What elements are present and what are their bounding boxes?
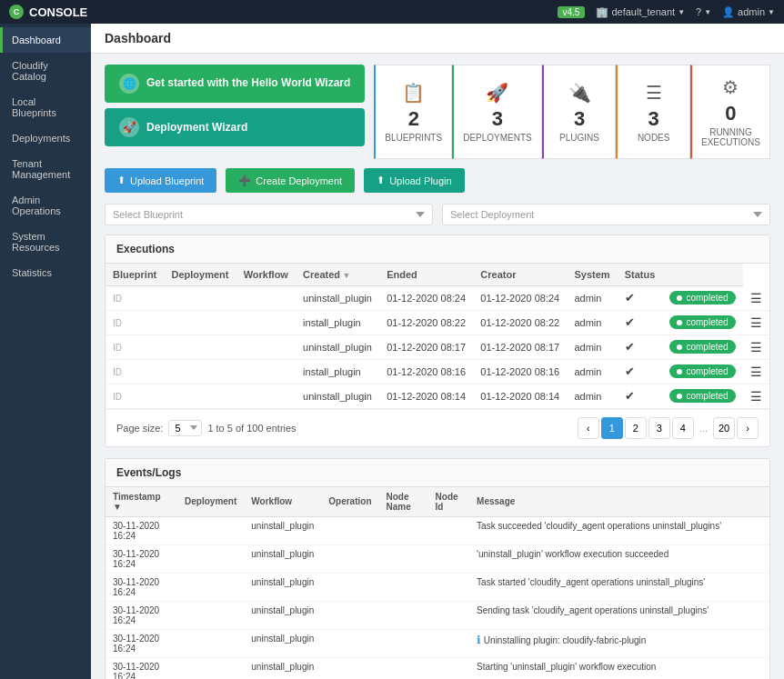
sidebar-item-dashboard[interactable]: Dashboard: [0, 27, 91, 53]
row-menu-btn[interactable]: ☰: [743, 286, 769, 311]
ev-col-node-name: Node Name: [379, 487, 428, 517]
deployment-wizard-btn[interactable]: 🚀 Deployment Wizard: [105, 108, 365, 146]
cell-created: 01-12-2020 08:24: [379, 286, 473, 311]
create-deployment-icon: ➕: [238, 175, 251, 186]
cell-deployment: [236, 335, 296, 359]
sidebar-item-deployments[interactable]: Deployments: [0, 125, 91, 151]
cell-deployment: [236, 359, 296, 384]
ev-col-operation: Operation: [321, 487, 378, 517]
upload-plugin-icon: ⬆: [377, 175, 385, 186]
help-caret: ▼: [704, 8, 711, 16]
status-badge: completed: [669, 389, 735, 403]
ev-workflow: uninstall_plugin: [244, 657, 321, 679]
cell-workflow: uninstall_plugin: [296, 335, 379, 359]
status-badge: completed: [669, 315, 735, 329]
row-menu-btn[interactable]: ☰: [743, 384, 769, 408]
ev-deployment: [177, 573, 244, 601]
cell-ended: 01-12-2020 08:16: [473, 359, 567, 384]
cell-ended: 01-12-2020 08:22: [473, 310, 567, 335]
stat-card-nodes: ☰ 3 NODES: [616, 65, 690, 159]
ev-col-timestamp: Timestamp ▼: [106, 487, 177, 517]
list-item: 30-11-2020 16:24 uninstall_plugin Task s…: [106, 516, 769, 544]
page-btn-‹[interactable]: ‹: [578, 417, 599, 439]
sidebar-item-statistics[interactable]: Statistics: [0, 260, 91, 285]
deployment-wizard-icon: 🚀: [119, 117, 139, 137]
wizard-buttons: 🌐 Get started with the Hello World Wizar…: [105, 65, 365, 159]
col-deployment: Deployment: [164, 264, 236, 286]
user-label: admin: [738, 6, 765, 17]
top-nav: C CONSOLE v4.5 🏢 default_tenant ▼ ? ▼ 👤 …: [0, 0, 784, 24]
deployment-filter[interactable]: Select Deployment: [442, 204, 770, 225]
page-btn-›[interactable]: ›: [737, 417, 759, 439]
ev-col-workflow: Workflow: [244, 487, 321, 517]
ev-node-id: [428, 573, 470, 601]
ev-node-id: [428, 601, 470, 629]
create-deployment-btn[interactable]: ➕ Create Deployment: [226, 168, 355, 193]
page-title: Dashboard: [91, 24, 784, 54]
ev-operation: [321, 629, 378, 657]
page-size-label: Page size:: [116, 423, 163, 434]
info-icon: ℹ: [477, 634, 481, 646]
page-btn-1[interactable]: 1: [601, 417, 623, 439]
help-btn[interactable]: ? ▼: [696, 6, 711, 17]
stat-label: NODES: [638, 133, 670, 143]
list-item: 30-11-2020 16:24 uninstall_plugin Starti…: [106, 657, 769, 679]
sidebar-item-tenant-management[interactable]: Tenant Management: [0, 151, 91, 187]
ev-message: Sending task 'cloudify_agent operations …: [469, 601, 769, 629]
cell-deployment: [236, 310, 296, 335]
cell-creator: admin: [567, 335, 617, 359]
upload-blueprint-btn[interactable]: ⬆ Upload Blueprint: [105, 168, 216, 193]
stat-number: 3: [492, 107, 503, 131]
ev-operation: [321, 516, 378, 544]
stat-card-plugins: 🔌 3 PLUGINS: [542, 65, 617, 159]
cell-deployment: [236, 384, 296, 408]
ev-timestamp: 30-11-2020 16:24: [106, 516, 177, 544]
ev-workflow: uninstall_plugin: [244, 629, 321, 657]
stat-number: 0: [725, 102, 736, 125]
list-item: 30-11-2020 16:24 uninstall_plugin Sendin…: [106, 601, 769, 629]
user-menu[interactable]: 👤 admin ▼: [722, 6, 775, 18]
sidebar-item-system-resources[interactable]: System Resources: [0, 224, 91, 260]
cell-ended: 01-12-2020 08:14: [473, 384, 567, 408]
page-btn-2[interactable]: 2: [625, 417, 647, 439]
ev-operation: [321, 573, 378, 601]
ev-workflow: uninstall_plugin: [244, 601, 321, 629]
row-menu-btn[interactable]: ☰: [743, 359, 769, 384]
row-menu-btn[interactable]: ☰: [743, 335, 769, 359]
cell-created: 01-12-2020 08:14: [379, 384, 473, 408]
col-created[interactable]: Created: [296, 264, 379, 286]
cell-workflow: install_plugin: [296, 359, 379, 384]
cell-creator: admin: [567, 310, 617, 335]
page-size-select[interactable]: 5 10 20: [168, 420, 202, 436]
row-menu-btn[interactable]: ☰: [743, 310, 769, 335]
ev-message: Task succeeded 'cloudify_agent operation…: [469, 516, 769, 544]
ev-timestamp: 30-11-2020 16:24: [106, 573, 177, 601]
tenant-selector[interactable]: 🏢 default_tenant ▼: [596, 6, 685, 18]
version-badge: v4.5: [558, 6, 586, 18]
upload-plugin-btn[interactable]: ⬆ Upload Plugin: [364, 168, 465, 193]
ev-node-id: [428, 544, 470, 573]
cell-creator: admin: [567, 286, 617, 311]
cell-created: 01-12-2020 08:17: [379, 335, 473, 359]
ev-operation: [321, 544, 378, 573]
page-btn-4[interactable]: 4: [672, 417, 694, 439]
page-btn-20[interactable]: 20: [713, 417, 735, 439]
tenant-caret: ▼: [678, 8, 685, 16]
cell-deployment: [236, 286, 296, 311]
app-title: CONSOLE: [29, 5, 87, 19]
cell-system: ✔: [618, 286, 663, 311]
page-btn-3[interactable]: 3: [648, 417, 670, 439]
blueprint-filter[interactable]: Select Blueprint: [105, 204, 433, 225]
stat-number: 3: [648, 107, 659, 131]
ev-message: ℹ Uninstalling plugin: cloudify-fabric-p…: [469, 629, 769, 657]
tenant-label: default_tenant: [611, 6, 675, 17]
hello-world-wizard-btn[interactable]: 🌐 Get started with the Hello World Wizar…: [105, 65, 365, 103]
sidebar-item-cloudify-catalog[interactable]: Cloudify Catalog: [0, 53, 91, 89]
list-item: 30-11-2020 16:24 uninstall_plugin 'unins…: [106, 544, 769, 573]
user-icon: 👤: [722, 6, 735, 18]
cell-system: ✔: [618, 310, 663, 335]
sidebar-item-admin-operations[interactable]: Admin Operations: [0, 187, 91, 224]
sidebar-item-local-blueprints[interactable]: Local Blueprints: [0, 89, 91, 125]
ev-workflow: uninstall_plugin: [244, 516, 321, 544]
stat-icon: ⚙: [722, 76, 739, 98]
